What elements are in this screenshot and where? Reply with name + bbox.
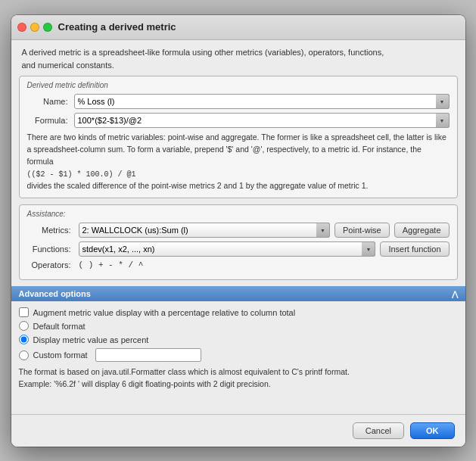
custom-format-label: Custom format [33,350,88,360]
main-content: Derived metric definition Name: ▼ Formul… [11,76,465,413]
metrics-select[interactable]: 2: WALLCLOCK (us):Sum (l) [79,223,330,238]
section-label: Derived metric definition [27,81,450,89]
functions-select[interactable]: stdev(x1, x2, ..., xn) [79,241,376,257]
metrics-row: Metrics: 2: WALLCLOCK (us):Sum (l) ▼ Poi… [27,223,450,238]
pointwise-button[interactable]: Point-wise [334,223,390,238]
format-note-line2: Example: '%6.2f ' will display 6 digit f… [19,379,271,388]
name-input[interactable] [74,94,450,109]
operators-row: Operators: ( ) + - * / ^ [27,260,450,269]
custom-format-radio[interactable] [19,350,29,360]
formula-row: Formula: ▼ [27,113,450,128]
assistance-label: Assistance: [27,210,450,218]
insert-function-button[interactable]: Insert function [380,241,449,257]
metrics-label: Metrics: [27,226,74,235]
display-percent-label: Display metric value as percent [33,335,149,344]
ok-button[interactable]: OK [410,422,455,439]
explanation-text: There are two kinds of metric variables:… [27,132,450,192]
name-row: Name: ▼ [27,94,450,109]
name-label: Name: [27,97,74,106]
augment-label: Augment metric value display with a perc… [33,308,296,317]
subtitle-line2: and numerical constants. [22,61,114,70]
dialog-title: Creating a derived metric [58,21,176,34]
dialog-subtitle: A derived metric is a spreadsheet-like f… [11,40,465,76]
functions-label: Functions: [27,245,74,254]
functions-row: Functions: stdev(x1, x2, ..., xn) ▼ Inse… [27,241,450,257]
advanced-header: Advanced options ⋀ [11,286,465,301]
cancel-button[interactable]: Cancel [353,422,404,439]
derived-metric-section: Derived metric definition Name: ▼ Formul… [19,76,458,198]
title-section: Creating a derived metric [58,21,176,34]
close-button[interactable] [17,23,26,32]
operators-label: Operators: [27,260,74,269]
footer: Cancel OK [11,414,465,447]
formula-input[interactable] [74,113,450,128]
assistance-section: Assistance: Metrics: 2: WALLCLOCK (us):S… [19,204,458,280]
advanced-section: Advanced options ⋀ Augment metric value … [19,286,458,397]
display-percent-row: Display metric value as percent [19,335,458,344]
advanced-content: Augment metric value display with a perc… [19,301,458,397]
advanced-chevron-icon[interactable]: ⋀ [452,290,458,298]
dialog: Creating a derived metric A derived metr… [11,15,465,447]
formula-input-wrapper: ▼ [74,113,450,128]
maximize-button[interactable] [43,23,52,32]
formula-dropdown-arrow[interactable]: ▼ [436,113,450,128]
subtitle-line1: A derived metric is a spreadsheet-like f… [22,48,384,57]
custom-format-input[interactable] [95,348,201,362]
operators-text: ( ) + - * / ^ [79,260,144,269]
augment-row: Augment metric value display with a perc… [19,307,458,317]
functions-select-wrapper: stdev(x1, x2, ..., xn) ▼ [79,241,376,257]
formula-example: (($2 - $1) * 100.0) / @1 [27,170,136,179]
display-percent-radio[interactable] [19,335,29,344]
name-input-wrapper: ▼ [74,94,450,109]
name-dropdown-arrow[interactable]: ▼ [436,94,450,109]
aggregate-button[interactable]: Aggregate [394,223,450,238]
default-format-radio[interactable] [19,321,29,331]
explanation-part2: divides the scaled difference of the poi… [27,181,369,190]
format-note: The format is based on java.util.Formatt… [19,366,458,391]
minimize-button[interactable] [30,23,39,32]
titlebar: Creating a derived metric [11,15,465,41]
explanation-main: There are two kinds of metric variables:… [27,132,446,166]
custom-format-row: Custom format [19,348,458,362]
advanced-title: Advanced options [19,289,91,298]
default-format-label: Default format [33,322,86,331]
augment-checkbox[interactable] [19,307,29,317]
formula-label: Formula: [27,116,74,125]
format-note-line1: The format is based on java.util.Formatt… [19,367,350,376]
default-format-row: Default format [19,321,458,331]
metrics-select-wrapper: 2: WALLCLOCK (us):Sum (l) ▼ [79,223,330,238]
traffic-lights [17,21,52,32]
